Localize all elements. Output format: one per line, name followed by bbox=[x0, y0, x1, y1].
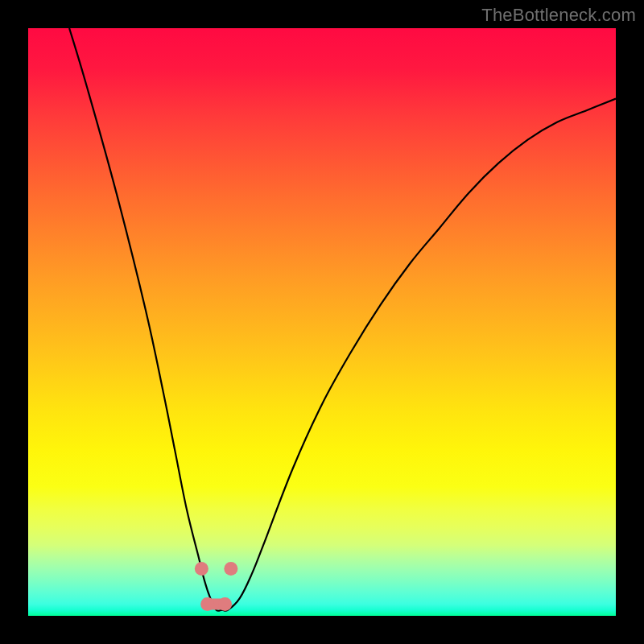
marker-dot bbox=[195, 562, 208, 576]
marker-dot bbox=[224, 562, 237, 576]
marker-group bbox=[195, 562, 238, 611]
attribution-label: TheBottleneck.com bbox=[481, 5, 636, 26]
curve-svg bbox=[28, 28, 616, 616]
plot-area bbox=[28, 28, 616, 616]
marker-dot bbox=[200, 597, 214, 611]
marker-dot bbox=[218, 597, 232, 611]
chart-container: TheBottleneck.com bbox=[0, 0, 644, 644]
bottleneck-curve bbox=[69, 28, 616, 611]
